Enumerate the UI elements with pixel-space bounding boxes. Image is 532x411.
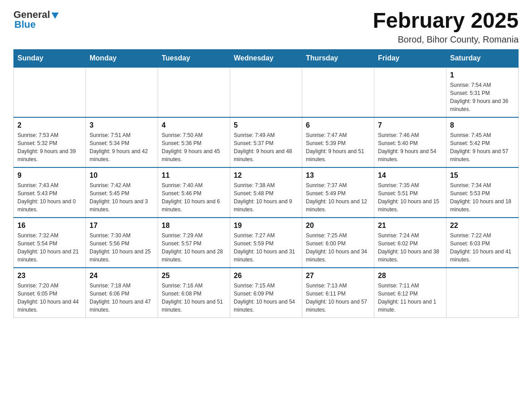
- day-info: Sunrise: 7:43 AM Sunset: 5:43 PM Dayligh…: [17, 181, 82, 214]
- day-number: 7: [378, 121, 442, 129]
- day-number: 4: [162, 121, 226, 129]
- calendar-cell: 27Sunrise: 7:13 AM Sunset: 6:11 PM Dayli…: [302, 268, 374, 318]
- calendar-cell: 17Sunrise: 7:30 AM Sunset: 5:56 PM Dayli…: [86, 218, 158, 268]
- day-info: Sunrise: 7:54 AM Sunset: 5:31 PM Dayligh…: [450, 81, 515, 113]
- day-number: 13: [306, 171, 370, 180]
- calendar-cell: 14Sunrise: 7:35 AM Sunset: 5:51 PM Dayli…: [374, 167, 446, 218]
- calendar-cell: 24Sunrise: 7:18 AM Sunset: 6:06 PM Dayli…: [86, 268, 158, 318]
- day-number: 6: [306, 121, 370, 129]
- day-number: 20: [306, 222, 370, 230]
- logo-text-blue: Blue: [13, 19, 36, 30]
- day-info: Sunrise: 7:49 AM Sunset: 5:37 PM Dayligh…: [234, 131, 298, 163]
- calendar-cell: [446, 268, 519, 318]
- calendar-week-row: 2Sunrise: 7:53 AM Sunset: 5:32 PM Daylig…: [14, 117, 519, 167]
- day-info: Sunrise: 7:18 AM Sunset: 6:06 PM Dayligh…: [90, 282, 154, 314]
- calendar-cell: 11Sunrise: 7:40 AM Sunset: 5:46 PM Dayli…: [158, 167, 230, 218]
- calendar-header-row: SundayMondayTuesdayWednesdayThursdayFrid…: [14, 49, 519, 67]
- day-number: 5: [234, 121, 298, 129]
- day-info: Sunrise: 7:30 AM Sunset: 5:56 PM Dayligh…: [90, 231, 154, 264]
- day-info: Sunrise: 7:53 AM Sunset: 5:32 PM Dayligh…: [17, 131, 82, 163]
- day-number: 22: [450, 222, 515, 230]
- calendar-cell: 12Sunrise: 7:38 AM Sunset: 5:48 PM Dayli…: [230, 167, 302, 218]
- calendar-cell: 20Sunrise: 7:25 AM Sunset: 6:00 PM Dayli…: [302, 218, 374, 268]
- day-info: Sunrise: 7:45 AM Sunset: 5:42 PM Dayligh…: [450, 131, 515, 163]
- calendar-cell: [302, 67, 374, 117]
- calendar-cell: 26Sunrise: 7:15 AM Sunset: 6:09 PM Dayli…: [230, 268, 302, 318]
- calendar-cell: [230, 67, 302, 117]
- day-number: 23: [17, 272, 82, 280]
- day-number: 17: [90, 222, 154, 230]
- day-number: 25: [162, 272, 226, 280]
- calendar-cell: 1Sunrise: 7:54 AM Sunset: 5:31 PM Daylig…: [446, 67, 519, 117]
- calendar-cell: 28Sunrise: 7:11 AM Sunset: 6:12 PM Dayli…: [374, 268, 446, 318]
- calendar-cell: 9Sunrise: 7:43 AM Sunset: 5:43 PM Daylig…: [14, 167, 86, 218]
- calendar-cell: 8Sunrise: 7:45 AM Sunset: 5:42 PM Daylig…: [446, 117, 519, 167]
- day-number: 11: [162, 171, 226, 180]
- calendar-cell: 18Sunrise: 7:29 AM Sunset: 5:57 PM Dayli…: [158, 218, 230, 268]
- calendar-cell: [86, 67, 158, 117]
- day-number: 2: [17, 121, 82, 129]
- calendar-cell: 4Sunrise: 7:50 AM Sunset: 5:36 PM Daylig…: [158, 117, 230, 167]
- day-info: Sunrise: 7:20 AM Sunset: 6:05 PM Dayligh…: [17, 282, 82, 314]
- calendar-cell: 19Sunrise: 7:27 AM Sunset: 5:59 PM Dayli…: [230, 218, 302, 268]
- day-number: 18: [162, 222, 226, 230]
- calendar-cell: 16Sunrise: 7:32 AM Sunset: 5:54 PM Dayli…: [14, 218, 86, 268]
- calendar-week-row: 9Sunrise: 7:43 AM Sunset: 5:43 PM Daylig…: [14, 167, 519, 218]
- calendar-cell: 23Sunrise: 7:20 AM Sunset: 6:05 PM Dayli…: [14, 268, 86, 318]
- day-info: Sunrise: 7:13 AM Sunset: 6:11 PM Dayligh…: [306, 282, 370, 314]
- calendar-week-row: 23Sunrise: 7:20 AM Sunset: 6:05 PM Dayli…: [14, 268, 519, 318]
- day-number: 26: [234, 272, 298, 280]
- day-info: Sunrise: 7:34 AM Sunset: 5:53 PM Dayligh…: [450, 181, 515, 214]
- day-info: Sunrise: 7:15 AM Sunset: 6:09 PM Dayligh…: [234, 282, 298, 314]
- calendar-cell: [158, 67, 230, 117]
- day-number: 9: [17, 171, 82, 180]
- day-number: 28: [378, 272, 442, 280]
- location-subtitle: Borod, Bihor County, Romania: [373, 34, 519, 45]
- day-info: Sunrise: 7:35 AM Sunset: 5:51 PM Dayligh…: [378, 181, 442, 214]
- day-info: Sunrise: 7:46 AM Sunset: 5:40 PM Dayligh…: [378, 131, 442, 163]
- calendar-cell: 3Sunrise: 7:51 AM Sunset: 5:34 PM Daylig…: [86, 117, 158, 167]
- day-number: 10: [90, 171, 154, 180]
- day-info: Sunrise: 7:47 AM Sunset: 5:39 PM Dayligh…: [306, 131, 370, 163]
- day-info: Sunrise: 7:24 AM Sunset: 6:02 PM Dayligh…: [378, 231, 442, 264]
- day-info: Sunrise: 7:22 AM Sunset: 6:03 PM Dayligh…: [450, 231, 515, 264]
- calendar-day-header: Monday: [86, 49, 158, 67]
- calendar-day-header: Sunday: [14, 49, 86, 67]
- calendar-cell: 13Sunrise: 7:37 AM Sunset: 5:49 PM Dayli…: [302, 167, 374, 218]
- day-info: Sunrise: 7:38 AM Sunset: 5:48 PM Dayligh…: [234, 181, 298, 214]
- calendar-day-header: Tuesday: [158, 49, 230, 67]
- calendar-cell: 22Sunrise: 7:22 AM Sunset: 6:03 PM Dayli…: [446, 218, 519, 268]
- calendar-cell: 7Sunrise: 7:46 AM Sunset: 5:40 PM Daylig…: [374, 117, 446, 167]
- day-info: Sunrise: 7:32 AM Sunset: 5:54 PM Dayligh…: [17, 231, 82, 264]
- month-title: February 2025: [373, 9, 519, 33]
- day-info: Sunrise: 7:37 AM Sunset: 5:49 PM Dayligh…: [306, 181, 370, 214]
- calendar-cell: 15Sunrise: 7:34 AM Sunset: 5:53 PM Dayli…: [446, 167, 519, 218]
- day-number: 21: [378, 222, 442, 230]
- day-number: 3: [90, 121, 154, 129]
- calendar-week-row: 1Sunrise: 7:54 AM Sunset: 5:31 PM Daylig…: [14, 67, 519, 117]
- day-number: 14: [378, 171, 442, 180]
- day-info: Sunrise: 7:40 AM Sunset: 5:46 PM Dayligh…: [162, 181, 226, 214]
- day-info: Sunrise: 7:27 AM Sunset: 5:59 PM Dayligh…: [234, 231, 298, 264]
- day-info: Sunrise: 7:42 AM Sunset: 5:45 PM Dayligh…: [90, 181, 154, 214]
- page-header: General Blue February 2025 Borod, Bihor …: [13, 9, 519, 45]
- calendar-cell: 6Sunrise: 7:47 AM Sunset: 5:39 PM Daylig…: [302, 117, 374, 167]
- day-number: 15: [450, 171, 515, 180]
- calendar-day-header: Saturday: [446, 49, 519, 67]
- day-number: 12: [234, 171, 298, 180]
- logo: General Blue: [13, 9, 59, 30]
- day-info: Sunrise: 7:16 AM Sunset: 6:08 PM Dayligh…: [162, 282, 226, 314]
- day-info: Sunrise: 7:11 AM Sunset: 6:12 PM Dayligh…: [378, 282, 442, 314]
- calendar-cell: 2Sunrise: 7:53 AM Sunset: 5:32 PM Daylig…: [14, 117, 86, 167]
- calendar-cell: 21Sunrise: 7:24 AM Sunset: 6:02 PM Dayli…: [374, 218, 446, 268]
- calendar-table: SundayMondayTuesdayWednesdayThursdayFrid…: [13, 49, 519, 318]
- logo-triangle-icon: [51, 13, 59, 19]
- day-number: 16: [17, 222, 82, 230]
- calendar-cell: 25Sunrise: 7:16 AM Sunset: 6:08 PM Dayli…: [158, 268, 230, 318]
- calendar-cell: 10Sunrise: 7:42 AM Sunset: 5:45 PM Dayli…: [86, 167, 158, 218]
- calendar-week-row: 16Sunrise: 7:32 AM Sunset: 5:54 PM Dayli…: [14, 218, 519, 268]
- day-number: 8: [450, 121, 515, 129]
- calendar-cell: 5Sunrise: 7:49 AM Sunset: 5:37 PM Daylig…: [230, 117, 302, 167]
- calendar-day-header: Thursday: [302, 49, 374, 67]
- calendar-cell: [374, 67, 446, 117]
